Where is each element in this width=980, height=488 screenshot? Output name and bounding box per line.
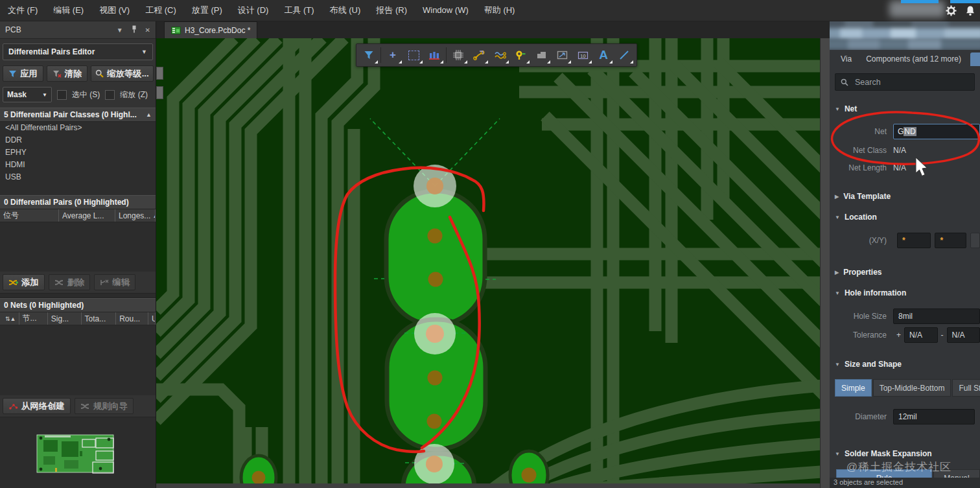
filter-tool[interactable] [358,45,379,65]
column-header[interactable]: 节... [19,312,48,325]
horizontal-scrollbar[interactable] [156,483,821,488]
column-header[interactable]: Sig... [48,312,82,325]
vertical-scrollbar[interactable] [820,38,830,488]
collapse-arrow-icon[interactable]: ▲ [146,111,152,118]
menu-window[interactable]: Window (W) [415,0,476,21]
menu-project[interactable]: 工程 (C) [137,0,184,21]
x-input[interactable]: * [897,233,931,248]
zoom-level-button[interactable]: 缩放等级... [91,65,153,82]
pairs-section-header[interactable]: 0 Differential Pairs (0 Highlighted) [0,195,156,209]
delete-pair-button[interactable]: 删除 [49,274,91,290]
zoom-checkbox[interactable] [105,90,115,100]
diameter-input[interactable]: 12mil [893,409,975,424]
create-from-net-button[interactable]: 从网络创建 [3,398,71,414]
add-pair-button[interactable]: 添加 [3,274,45,290]
editor-mode-select[interactable]: Differential Pairs Editor ▼ [3,43,153,60]
column-header[interactable]: Longes...▲ [115,209,156,222]
class-list-item[interactable]: USB [0,171,156,183]
mask-mode-select[interactable]: Mask ▼ [3,87,52,102]
sort-indicator[interactable]: ⇅▲ [0,312,19,325]
dimension-tool[interactable]: 10 [572,45,593,65]
board-preview[interactable] [0,417,156,488]
class-list-item[interactable]: HDMI [0,159,156,171]
menu-file[interactable]: 文件 (F) [0,0,45,21]
pcb-canvas[interactable]: + [156,38,830,488]
mode-top-middle-bottom-button[interactable]: Top-Middle-Bottom [873,379,951,397]
document-tab[interactable]: H3_Core.PcbDoc * [164,21,257,38]
panel-splitter-handle[interactable] [156,67,163,80]
tab-components[interactable]: Components (and 12 more) [859,54,968,64]
column-header[interactable]: Unr... [148,312,156,325]
pcb-doc-icon [171,27,181,34]
pad-tool[interactable] [424,45,445,65]
section-hole-information[interactable]: ▼ Hole information [835,288,975,297]
select-checkbox[interactable] [57,90,67,100]
mode-simple-button[interactable]: Simple [835,379,872,397]
place-text-tool[interactable]: A [593,45,614,65]
section-solder-mask-expansion[interactable]: ▼ Solder Mask Expansion [835,449,975,458]
section-size-and-shape[interactable]: ▼ Size and Shape [835,360,975,369]
blurred-region [830,21,980,50]
panel-splitter-handle[interactable] [156,86,163,99]
via-icon [515,50,526,60]
section-location[interactable]: ▼ Location [835,213,975,222]
panel-dropdown-arrow-icon[interactable]: ▼ [117,27,123,34]
column-header[interactable]: Average L... [59,209,115,222]
expanded-triangle-icon: ▼ [835,215,840,220]
menu-place[interactable]: 放置 (P) [184,0,230,21]
notifications-bell-icon[interactable] [961,5,980,16]
menu-design[interactable]: 设计 (D) [230,0,277,21]
search-input[interactable] [854,77,969,87]
diff-pair-route-tool[interactable] [489,45,510,65]
column-header[interactable]: Rou... [116,312,148,325]
menu-help[interactable]: 帮助 (H) [476,0,523,21]
menu-reports[interactable]: 报告 (R) [368,0,415,21]
clear-filter-button[interactable]: 清除 [47,65,88,82]
tab-fragment[interactable] [970,52,980,66]
sort-arrow-icon: ▲ [152,213,156,219]
net-class-label: Net Class [830,146,893,155]
search-box[interactable] [835,73,975,91]
net-value-selected: ND [904,127,916,136]
polygon-pour-tool[interactable] [531,45,552,65]
column-header[interactable]: Tota... [82,312,117,325]
settings-gear-icon[interactable] [941,5,961,16]
classes-list: <All Differential Pairs> DDR EPHY HDMI U… [0,122,156,195]
edit-pair-button[interactable]: 编辑 [94,274,135,290]
menu-edit[interactable]: 编辑 (E) [45,0,91,21]
collapsed-triangle-icon: ▶ [835,194,839,200]
column-header[interactable]: 位号 [0,209,59,222]
section-via-template[interactable]: ▶ Via Template [835,192,975,201]
place-via-tool[interactable] [510,45,531,65]
net-input[interactable]: GND [893,124,980,139]
menu-route[interactable]: 布线 (U) [322,0,369,21]
panel-close-icon[interactable]: ✕ [145,27,150,34]
section-properties[interactable]: ▶ Properties [835,268,975,277]
rule-wizard-button[interactable]: 规则向导 [75,398,134,414]
pad-icon [428,51,440,60]
mode-full-stack-button[interactable]: Full Sta [952,379,980,397]
hole-size-input[interactable]: 8mil [893,308,980,324]
select-area-tool[interactable] [403,45,424,65]
y-input[interactable]: * [935,233,966,248]
menu-tools[interactable]: 工具 (T) [276,0,321,21]
place-component-tool[interactable] [448,45,469,65]
place-line-tool[interactable] [614,45,635,65]
tolerance-minus-input[interactable]: N/A [947,327,980,343]
interactive-route-tool[interactable] [469,45,489,65]
lock-icon[interactable] [970,233,980,248]
route-icon [473,50,485,60]
nets-section-header[interactable]: 0 Nets (0 Highlighted) [0,298,156,312]
panel-pin-icon[interactable] [131,25,137,34]
tolerance-plus-input[interactable]: N/A [904,327,937,343]
apply-filter-button[interactable]: 应用 [3,65,43,82]
move-crosshair-tool[interactable]: + [382,45,403,65]
class-list-item[interactable]: <All Differential Pairs> [0,122,156,134]
tab-via[interactable]: Via [834,54,859,64]
menu-view[interactable]: 视图 (V) [91,0,137,21]
classes-section-header[interactable]: 5 Differential Pair Classes (0 Highl... … [0,108,156,122]
class-list-item[interactable]: DDR [0,134,156,146]
class-list-item[interactable]: EPHY [0,146,156,159]
room-tool[interactable] [552,45,572,65]
section-net[interactable]: ▼ Net [835,104,975,113]
